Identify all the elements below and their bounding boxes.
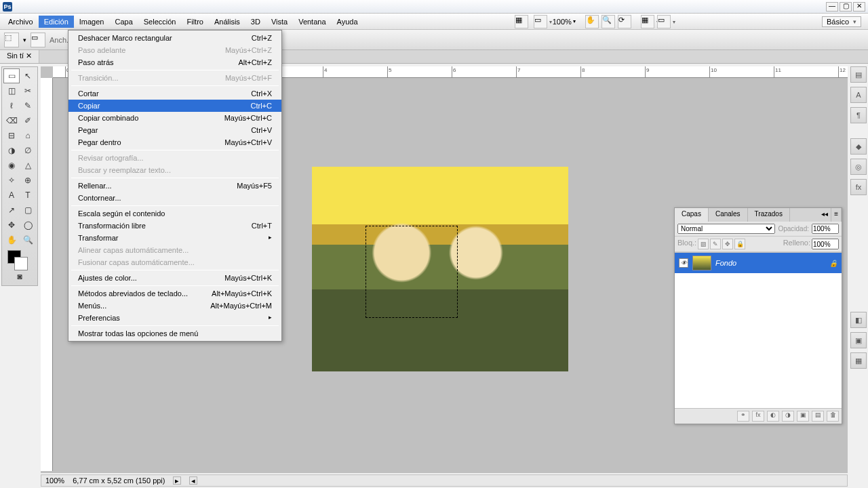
background-color[interactable]: [14, 257, 28, 270]
panel-icon-5[interactable]: ◎: [850, 159, 867, 175]
opacity-input[interactable]: [812, 224, 839, 234]
menu-item-ajustes-de-color-[interactable]: Ajustes de color...Mayús+Ctrl+K: [68, 272, 281, 284]
menu-item-rellenar-[interactable]: Rellenar...Mayús+F5: [68, 180, 281, 192]
visibility-icon[interactable]: 👁: [679, 258, 688, 268]
document-canvas[interactable]: [312, 167, 568, 371]
screen-mode-icon[interactable]: ▭▾: [534, 15, 547, 28]
menu-item-transformar[interactable]: Transformar: [68, 232, 281, 244]
maximize-button[interactable]: ▢: [840, 2, 852, 12]
menu-item-preferencias[interactable]: Preferencias: [68, 312, 281, 324]
arrange-docs-icon[interactable]: ▦▾: [641, 15, 654, 28]
zoom-level[interactable]: 100%: [553, 18, 572, 26]
color-swatches[interactable]: [3, 247, 36, 269]
tab-channels[interactable]: Canales: [709, 208, 748, 222]
tool-18[interactable]: ↗: [3, 203, 20, 218]
tool-17[interactable]: T: [20, 188, 36, 203]
tool-20[interactable]: ✥: [3, 218, 20, 232]
layer-style-icon[interactable]: fx: [752, 411, 764, 422]
document-tab[interactable]: Sin tí ✕: [0, 50, 39, 63]
tool-21[interactable]: ◯: [20, 218, 36, 232]
menu-ventana[interactable]: Ventana: [293, 16, 331, 28]
tool-22[interactable]: ✋: [3, 232, 20, 247]
tool-5[interactable]: ✎: [20, 98, 36, 113]
tool-8[interactable]: ⊟: [3, 128, 20, 143]
menu-imagen[interactable]: Imagen: [74, 16, 110, 28]
tool-11[interactable]: ∅: [20, 143, 36, 158]
menu-filtro[interactable]: Filtro: [181, 16, 208, 28]
selection-mode-new[interactable]: ▭: [31, 33, 45, 47]
panel-icon-1[interactable]: ▤: [850, 66, 867, 83]
tool-23[interactable]: 🔍: [20, 232, 36, 247]
panel-icon-7[interactable]: ◧: [850, 312, 867, 328]
launch-bridge-icon[interactable]: ▦: [515, 15, 528, 28]
pan-icon[interactable]: ✋: [585, 15, 599, 28]
panel-icon-6[interactable]: fx: [850, 179, 867, 195]
tool-3[interactable]: ✂: [20, 83, 36, 98]
lock-transparent-icon[interactable]: ▨: [698, 239, 709, 249]
close-button[interactable]: ✕: [853, 2, 865, 12]
menu-item-deshacer-marco-rectangular[interactable]: Deshacer Marco rectangularCtrl+Z: [68, 32, 281, 44]
current-tool-icon[interactable]: ⬚: [4, 33, 19, 47]
panel-collapse-icon[interactable]: ◂◂: [818, 208, 831, 222]
layer-group-icon[interactable]: ▣: [797, 411, 809, 422]
layer-mask-icon[interactable]: ◐: [767, 411, 779, 422]
panel-icon-9[interactable]: ▦: [850, 352, 867, 369]
menu-archivo[interactable]: Archivo: [3, 16, 39, 28]
menu-item-cortar[interactable]: CortarCtrl+X: [68, 87, 281, 100]
status-arrow-right[interactable]: ▸: [173, 476, 181, 485]
delete-layer-icon[interactable]: 🗑: [827, 411, 839, 422]
menu-3d[interactable]: 3D: [245, 16, 266, 28]
tool-4[interactable]: ℓ: [3, 98, 20, 113]
zoom-icon[interactable]: 🔍: [601, 15, 615, 28]
tool-9[interactable]: ⌂: [20, 128, 36, 143]
tool-10[interactable]: ◑: [3, 143, 20, 158]
menu-item-contornear-[interactable]: Contornear...: [68, 192, 281, 204]
tool-6[interactable]: ⌫: [3, 113, 20, 128]
menu-item-paso-atr-s[interactable]: Paso atrásAlt+Ctrl+Z: [68, 56, 281, 68]
link-layers-icon[interactable]: ⚭: [737, 411, 749, 422]
tool-2[interactable]: ◫: [3, 83, 20, 98]
menu-item-transformaci-n-libre[interactable]: Transformación libreCtrl+T: [68, 220, 281, 232]
blend-mode-select[interactable]: Normal: [677, 224, 775, 234]
tool-19[interactable]: ▢: [20, 203, 36, 218]
panel-icon-8[interactable]: ▣: [850, 332, 867, 348]
status-arrow-left[interactable]: ◂: [189, 476, 197, 485]
panel-icon-4[interactable]: ◆: [850, 138, 867, 155]
menu-item-escala-seg-n-el-contenido[interactable]: Escala según el contenido: [68, 207, 281, 220]
panel-icon-3[interactable]: ¶: [850, 107, 867, 123]
lock-pixels-icon[interactable]: ✎: [710, 239, 721, 249]
layer-item[interactable]: 👁 Fondo 🔒: [675, 253, 842, 273]
tool-1[interactable]: ↖: [20, 68, 36, 83]
panel-icon-2[interactable]: A: [850, 87, 867, 103]
panel-menu-icon[interactable]: ≡: [831, 208, 842, 222]
menu-edición[interactable]: Edición: [39, 16, 74, 28]
menu-selección[interactable]: Selección: [138, 16, 182, 28]
menu-análisis[interactable]: Análisis: [209, 16, 245, 28]
menu-item-men-s-[interactable]: Menús...Alt+Mayús+Ctrl+M: [68, 300, 281, 312]
menu-item-pegar-dentro[interactable]: Pegar dentroMayús+Ctrl+V: [68, 136, 281, 148]
menu-item-m-todos-abreviados-de-teclado-[interactable]: Métodos abreviados de teclado...Alt+Mayú…: [68, 287, 281, 300]
tool-0[interactable]: ▭: [3, 68, 20, 83]
tool-7[interactable]: ✐: [20, 113, 36, 128]
menu-item-copiar[interactable]: CopiarCtrl+C: [68, 100, 281, 112]
new-layer-icon[interactable]: ▤: [812, 411, 824, 422]
status-zoom[interactable]: 100%: [45, 476, 64, 485]
minimize-button[interactable]: —: [826, 2, 838, 12]
workspace-selector[interactable]: Básico: [822, 16, 861, 27]
tool-13[interactable]: △: [20, 158, 36, 173]
menu-capa[interactable]: Capa: [109, 16, 138, 28]
menu-vista[interactable]: Vista: [266, 16, 293, 28]
quick-mask-icon[interactable]: ◙: [3, 269, 36, 284]
rotate-icon[interactable]: ⟳: [618, 15, 631, 28]
menu-item-pegar[interactable]: PegarCtrl+V: [68, 124, 281, 136]
fill-input[interactable]: [812, 239, 839, 249]
lock-all-icon[interactable]: 🔒: [734, 239, 745, 249]
tab-layers[interactable]: Capas: [675, 208, 709, 222]
tab-paths[interactable]: Trazados: [748, 208, 790, 222]
menu-ayuda[interactable]: Ayuda: [332, 16, 363, 28]
tool-15[interactable]: ⊕: [20, 173, 36, 188]
lock-position-icon[interactable]: ✥: [722, 239, 733, 249]
screen-icon[interactable]: ▭▾: [657, 15, 671, 28]
menu-item-mostrar-todas-las-opciones-de-men-[interactable]: Mostrar todas las opciones de menú: [68, 327, 281, 340]
tool-16[interactable]: A: [3, 188, 20, 203]
